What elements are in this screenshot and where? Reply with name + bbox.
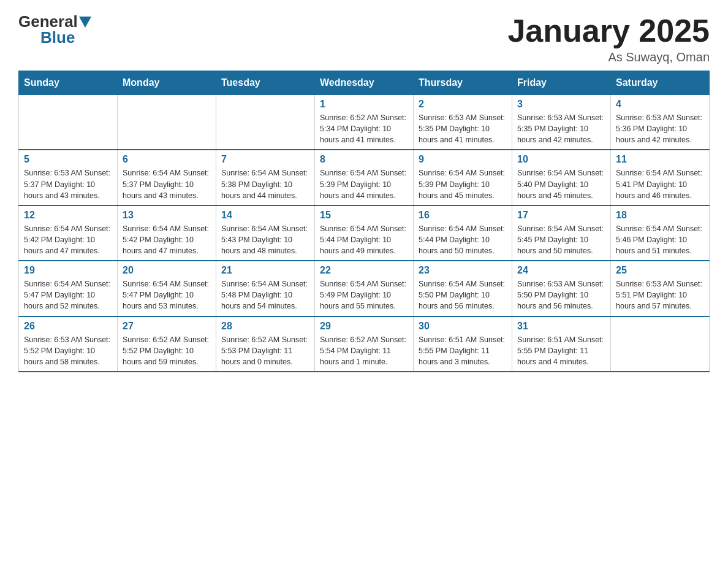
day-info: Sunrise: 6:54 AM Sunset: 5:47 PM Dayligh… <box>24 278 112 312</box>
calendar-cell: 15Sunrise: 6:54 AM Sunset: 5:44 PM Dayli… <box>315 205 414 261</box>
day-info: Sunrise: 6:54 AM Sunset: 5:42 PM Dayligh… <box>123 223 211 256</box>
calendar-cell: 30Sunrise: 6:51 AM Sunset: 5:55 PM Dayli… <box>414 316 512 372</box>
day-info: Sunrise: 6:54 AM Sunset: 5:44 PM Dayligh… <box>320 223 408 256</box>
day-info: Sunrise: 6:54 AM Sunset: 5:37 PM Dayligh… <box>123 167 211 201</box>
day-number: 11 <box>616 154 704 165</box>
day-number: 30 <box>419 321 507 332</box>
page-header: General Blue January 2025 As Suwayq, Oma… <box>18 12 710 64</box>
col-monday: Monday <box>118 71 216 95</box>
day-info: Sunrise: 6:54 AM Sunset: 5:49 PM Dayligh… <box>320 278 408 312</box>
calendar-week-row: 1Sunrise: 6:52 AM Sunset: 5:34 PM Daylig… <box>19 95 710 150</box>
day-number: 16 <box>419 210 507 221</box>
day-number: 25 <box>616 265 704 276</box>
calendar-cell: 3Sunrise: 6:53 AM Sunset: 5:35 PM Daylig… <box>512 95 611 150</box>
calendar-cell: 6Sunrise: 6:54 AM Sunset: 5:37 PM Daylig… <box>118 150 216 205</box>
day-info: Sunrise: 6:52 AM Sunset: 5:34 PM Dayligh… <box>320 112 408 145</box>
day-number: 3 <box>517 99 605 110</box>
day-number: 4 <box>616 99 704 110</box>
day-info: Sunrise: 6:52 AM Sunset: 5:53 PM Dayligh… <box>221 334 309 367</box>
col-saturday: Saturday <box>611 71 710 95</box>
day-info: Sunrise: 6:54 AM Sunset: 5:42 PM Dayligh… <box>24 223 112 256</box>
calendar-cell: 17Sunrise: 6:54 AM Sunset: 5:45 PM Dayli… <box>512 205 611 261</box>
day-info: Sunrise: 6:53 AM Sunset: 5:37 PM Dayligh… <box>24 167 112 201</box>
calendar-cell: 22Sunrise: 6:54 AM Sunset: 5:49 PM Dayli… <box>315 261 414 316</box>
calendar-cell: 11Sunrise: 6:54 AM Sunset: 5:41 PM Dayli… <box>611 150 710 205</box>
day-number: 15 <box>320 210 408 221</box>
logo: General Blue <box>18 12 93 47</box>
day-info: Sunrise: 6:52 AM Sunset: 5:52 PM Dayligh… <box>123 334 211 367</box>
day-info: Sunrise: 6:54 AM Sunset: 5:41 PM Dayligh… <box>616 167 704 201</box>
day-number: 26 <box>24 321 112 332</box>
calendar-week-row: 19Sunrise: 6:54 AM Sunset: 5:47 PM Dayli… <box>19 261 710 316</box>
calendar-cell: 25Sunrise: 6:53 AM Sunset: 5:51 PM Dayli… <box>611 261 710 316</box>
logo-triangle-icon <box>79 17 91 28</box>
day-info: Sunrise: 6:54 AM Sunset: 5:48 PM Dayligh… <box>221 278 309 312</box>
day-info: Sunrise: 6:53 AM Sunset: 5:52 PM Dayligh… <box>24 334 112 367</box>
day-number: 12 <box>24 210 112 221</box>
calendar-cell: 27Sunrise: 6:52 AM Sunset: 5:52 PM Dayli… <box>118 316 216 372</box>
day-info: Sunrise: 6:53 AM Sunset: 5:35 PM Dayligh… <box>419 112 507 145</box>
day-info: Sunrise: 6:54 AM Sunset: 5:39 PM Dayligh… <box>320 167 408 201</box>
day-number: 22 <box>320 265 408 276</box>
day-info: Sunrise: 6:54 AM Sunset: 5:46 PM Dayligh… <box>616 223 704 256</box>
day-info: Sunrise: 6:53 AM Sunset: 5:36 PM Dayligh… <box>616 112 704 145</box>
calendar-week-row: 12Sunrise: 6:54 AM Sunset: 5:42 PM Dayli… <box>19 205 710 261</box>
day-number: 9 <box>419 154 507 165</box>
day-info: Sunrise: 6:54 AM Sunset: 5:38 PM Dayligh… <box>221 167 309 201</box>
col-friday: Friday <box>512 71 611 95</box>
calendar-cell: 8Sunrise: 6:54 AM Sunset: 5:39 PM Daylig… <box>315 150 414 205</box>
day-info: Sunrise: 6:54 AM Sunset: 5:40 PM Dayligh… <box>517 167 605 201</box>
calendar-title: January 2025 <box>507 12 710 49</box>
calendar-cell: 29Sunrise: 6:52 AM Sunset: 5:54 PM Dayli… <box>315 316 414 372</box>
calendar-cell: 4Sunrise: 6:53 AM Sunset: 5:36 PM Daylig… <box>611 95 710 150</box>
day-number: 7 <box>221 154 309 165</box>
calendar-cell: 19Sunrise: 6:54 AM Sunset: 5:47 PM Dayli… <box>19 261 118 316</box>
calendar-cell: 1Sunrise: 6:52 AM Sunset: 5:34 PM Daylig… <box>315 95 414 150</box>
col-tuesday: Tuesday <box>216 71 315 95</box>
calendar-cell <box>118 95 216 150</box>
col-wednesday: Wednesday <box>315 71 414 95</box>
day-number: 18 <box>616 210 704 221</box>
day-number: 28 <box>221 321 309 332</box>
day-info: Sunrise: 6:54 AM Sunset: 5:44 PM Dayligh… <box>419 223 507 256</box>
day-info: Sunrise: 6:51 AM Sunset: 5:55 PM Dayligh… <box>517 334 605 367</box>
calendar-cell <box>216 95 315 150</box>
day-number: 2 <box>419 99 507 110</box>
calendar-cell: 5Sunrise: 6:53 AM Sunset: 5:37 PM Daylig… <box>19 150 118 205</box>
day-number: 27 <box>123 321 211 332</box>
calendar-cell <box>611 316 710 372</box>
day-info: Sunrise: 6:53 AM Sunset: 5:51 PM Dayligh… <box>616 278 704 312</box>
day-number: 19 <box>24 265 112 276</box>
day-number: 1 <box>320 99 408 110</box>
day-number: 14 <box>221 210 309 221</box>
day-number: 5 <box>24 154 112 165</box>
day-number: 21 <box>221 265 309 276</box>
calendar-cell <box>19 95 118 150</box>
calendar-table: Sunday Monday Tuesday Wednesday Thursday… <box>18 71 710 372</box>
calendar-week-row: 26Sunrise: 6:53 AM Sunset: 5:52 PM Dayli… <box>19 316 710 372</box>
day-number: 17 <box>517 210 605 221</box>
calendar-cell: 7Sunrise: 6:54 AM Sunset: 5:38 PM Daylig… <box>216 150 315 205</box>
calendar-cell: 20Sunrise: 6:54 AM Sunset: 5:47 PM Dayli… <box>118 261 216 316</box>
calendar-cell: 13Sunrise: 6:54 AM Sunset: 5:42 PM Dayli… <box>118 205 216 261</box>
day-info: Sunrise: 6:54 AM Sunset: 5:50 PM Dayligh… <box>419 278 507 312</box>
day-number: 29 <box>320 321 408 332</box>
calendar-cell: 18Sunrise: 6:54 AM Sunset: 5:46 PM Dayli… <box>611 205 710 261</box>
day-info: Sunrise: 6:54 AM Sunset: 5:47 PM Dayligh… <box>123 278 211 312</box>
day-number: 20 <box>123 265 211 276</box>
calendar-week-row: 5Sunrise: 6:53 AM Sunset: 5:37 PM Daylig… <box>19 150 710 205</box>
day-info: Sunrise: 6:52 AM Sunset: 5:54 PM Dayligh… <box>320 334 408 367</box>
title-block: January 2025 As Suwayq, Oman <box>507 12 710 64</box>
calendar-cell: 16Sunrise: 6:54 AM Sunset: 5:44 PM Dayli… <box>414 205 512 261</box>
calendar-subtitle: As Suwayq, Oman <box>507 50 710 64</box>
calendar-cell: 28Sunrise: 6:52 AM Sunset: 5:53 PM Dayli… <box>216 316 315 372</box>
day-number: 13 <box>123 210 211 221</box>
logo-blue-text: Blue <box>18 28 75 47</box>
calendar-cell: 23Sunrise: 6:54 AM Sunset: 5:50 PM Dayli… <box>414 261 512 316</box>
day-number: 6 <box>123 154 211 165</box>
calendar-cell: 26Sunrise: 6:53 AM Sunset: 5:52 PM Dayli… <box>19 316 118 372</box>
day-info: Sunrise: 6:54 AM Sunset: 5:43 PM Dayligh… <box>221 223 309 256</box>
day-number: 8 <box>320 154 408 165</box>
day-number: 31 <box>517 321 605 332</box>
day-info: Sunrise: 6:53 AM Sunset: 5:35 PM Dayligh… <box>517 112 605 145</box>
